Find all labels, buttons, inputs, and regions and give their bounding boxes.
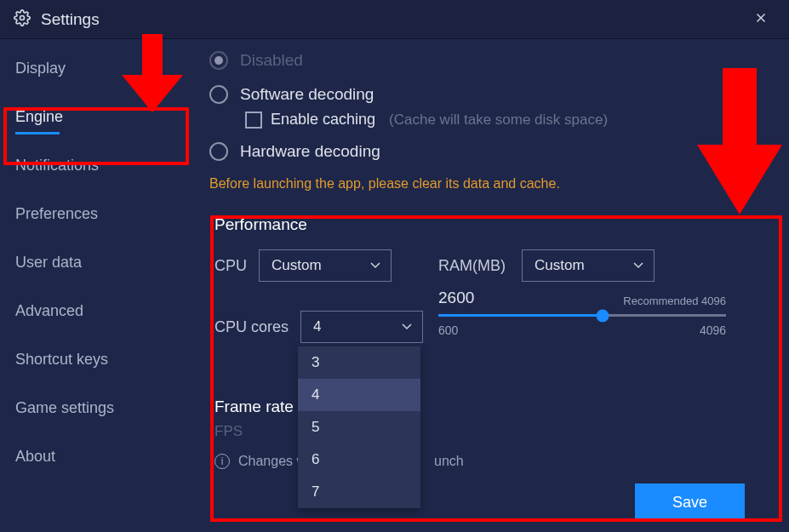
checkbox-hint: (Cache will take some disk space): [389, 112, 608, 129]
window-title: Settings: [41, 10, 100, 29]
slider-thumb[interactable]: [596, 309, 609, 322]
sidebar-item-engine[interactable]: Engine: [15, 105, 63, 129]
svg-point-0: [20, 15, 25, 20]
dropdown-option[interactable]: 3: [298, 346, 420, 379]
radio-hardware-row[interactable]: Hardware decoding: [209, 142, 765, 161]
dropdown-option[interactable]: 5: [298, 411, 420, 443]
titlebar: Settings: [0, 0, 789, 39]
changes-text-2: unch: [434, 454, 464, 469]
ram-min: 600: [438, 323, 458, 337]
radio-label: Software decoding: [240, 85, 374, 104]
enable-caching-row[interactable]: Enable caching (Cache will take some dis…: [245, 111, 765, 129]
sidebar-item-about[interactable]: About: [15, 444, 55, 469]
info-icon: i: [214, 454, 230, 469]
radio-label: Disabled: [240, 51, 303, 70]
dropdown-option[interactable]: 4: [298, 379, 420, 411]
dropdown-option[interactable]: 7: [298, 476, 420, 508]
ram-max: 4096: [700, 323, 726, 337]
slider-fill: [438, 314, 603, 317]
ram-select-value: Custom: [535, 257, 585, 273]
sidebar-item-shortcut-keys[interactable]: Shortcut keys: [15, 347, 108, 372]
sidebar-item-game-settings[interactable]: Game settings: [15, 396, 114, 420]
close-icon[interactable]: [746, 5, 775, 34]
fps-label: FPS: [214, 423, 760, 440]
ram-current-value: 2600: [438, 289, 474, 307]
performance-title: Performance: [214, 215, 760, 234]
ram-slider[interactable]: [438, 314, 726, 317]
caret-down-icon: [370, 262, 380, 269]
radio-icon: [209, 51, 228, 70]
cpu-select[interactable]: Custom: [259, 249, 392, 282]
checkbox-label: Enable caching: [271, 111, 375, 129]
cpu-select-value: Custom: [272, 257, 322, 273]
gear-icon: [14, 9, 31, 30]
sidebar-item-notifications[interactable]: Notifications: [15, 153, 99, 178]
ram-recommended: Recommended 4096: [623, 295, 726, 307]
radio-software-row[interactable]: Software decoding: [209, 85, 765, 104]
cpu-cores-select[interactable]: 4: [300, 311, 423, 343]
save-button[interactable]: Save: [635, 483, 745, 522]
checkbox-icon: [245, 112, 262, 129]
sidebar-item-display[interactable]: Display: [15, 56, 66, 81]
performance-section: Performance CPU Custom CPU cores 4: [209, 212, 765, 532]
cpu-label: CPU: [214, 257, 247, 275]
slider-track: [438, 314, 726, 317]
dropdown-option[interactable]: 6: [298, 443, 420, 476]
cpu-cores-value: 4: [313, 318, 321, 335]
frame-rate-title: Frame rate: [214, 398, 760, 416]
warning-text: Before launching the app, please clear i…: [209, 176, 765, 192]
ram-select[interactable]: Custom: [522, 249, 655, 282]
sidebar-item-preferences[interactable]: Preferences: [15, 202, 98, 226]
changes-note: i Changes w unch: [214, 454, 760, 469]
sidebar-item-advanced[interactable]: Advanced: [15, 299, 83, 323]
radio-icon: [209, 142, 228, 161]
radio-label: Hardware decoding: [240, 142, 380, 161]
sidebar: Display Engine Notifications Preferences…: [0, 39, 179, 532]
caret-down-icon: [633, 262, 643, 269]
radio-disabled-row[interactable]: Disabled: [209, 51, 765, 70]
caret-down-icon: [402, 323, 412, 330]
cpu-cores-label: CPU cores: [214, 318, 289, 336]
changes-text-1: Changes w: [238, 454, 306, 469]
ram-label: RAM(MB): [438, 257, 510, 275]
cpu-cores-dropdown: 3 4 5 6 7: [298, 346, 420, 508]
radio-icon: [209, 85, 228, 104]
sidebar-item-user-data[interactable]: User data: [15, 250, 82, 275]
main-panel: Disabled Software decoding Enable cachin…: [179, 39, 789, 532]
